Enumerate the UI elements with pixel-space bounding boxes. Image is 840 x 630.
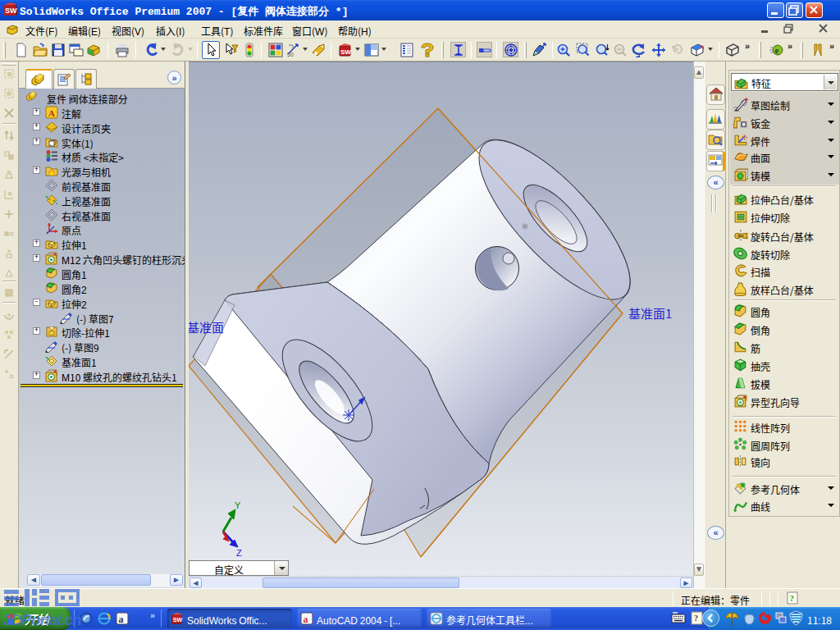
svg-text:a: a [119, 614, 124, 625]
svg-text:SW: SW [5, 7, 17, 15]
svg-text:Y: Y [235, 500, 241, 510]
svg-text:SW: SW [173, 617, 183, 623]
svg-text:?: ? [694, 614, 698, 623]
svg-text:a: a [304, 614, 308, 625]
svg-text:基准面1: 基准面1 [628, 304, 672, 322]
svg-text:50: 50 [287, 52, 294, 57]
svg-text:Z: Z [236, 548, 242, 558]
svg-text:基准面: 基准面 [189, 318, 224, 336]
svg-text:e: e [775, 45, 779, 55]
svg-text:A: A [48, 108, 55, 118]
svg-text:?: ? [790, 593, 795, 603]
svg-text:SW: SW [340, 48, 351, 56]
